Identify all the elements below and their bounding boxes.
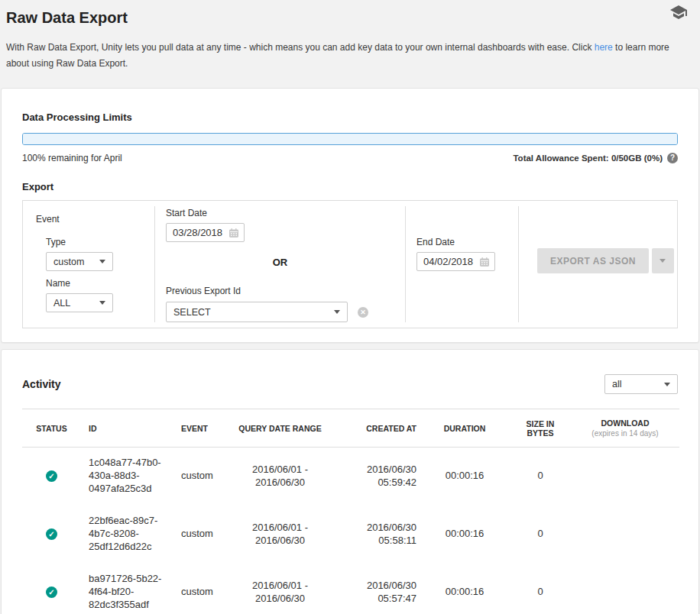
event-cell: custom bbox=[173, 506, 232, 564]
description-text-pre: With Raw Data Export, Unity lets you pul… bbox=[6, 42, 595, 53]
status-success-icon: ✓ bbox=[46, 587, 57, 598]
calendar-icon bbox=[228, 228, 239, 238]
activity-title: Activity bbox=[22, 378, 61, 390]
query-date-range-cell: 2016/06/01 - 2016/06/30 bbox=[232, 506, 328, 564]
duration-cell: 00:00:16 bbox=[420, 506, 510, 564]
export-action-column: EXPORT AS JSON bbox=[518, 206, 677, 322]
col-header-event: EVENT bbox=[173, 409, 232, 448]
col-header-status: STATUS bbox=[22, 409, 81, 448]
limits-meta-row: 100% remaining for April Total Allowance… bbox=[22, 153, 678, 163]
learn-more-link[interactable]: here bbox=[595, 42, 613, 53]
event-cell: custom bbox=[173, 448, 232, 506]
page-description: With Raw Data Export, Unity lets you pul… bbox=[6, 40, 694, 72]
table-row: ✓ 1c048a77-47b0-430a-88d3-0497afa25c3d c… bbox=[22, 448, 679, 506]
date-range-column: Start Date OR Previous Export Id SELECT … bbox=[154, 206, 405, 322]
size-cell: 0 bbox=[510, 506, 571, 564]
export-heading: Export bbox=[22, 181, 678, 192]
export-id-cell: ba971726-5b22-4f64-bf20-82dc3f355adf bbox=[81, 564, 173, 614]
event-type-label: Type bbox=[46, 237, 154, 247]
start-date-field[interactable] bbox=[166, 223, 245, 242]
start-date-input[interactable] bbox=[173, 227, 225, 238]
table-row: ✓ 22bf6eac-89c7-4b7c-8208-25df12d6d22c c… bbox=[22, 506, 679, 564]
duration-cell: 00:00:16 bbox=[420, 564, 510, 614]
download-cell bbox=[571, 506, 679, 564]
event-type-select[interactable]: custom bbox=[46, 252, 113, 271]
end-date-label: End Date bbox=[416, 237, 507, 247]
chevron-down-icon bbox=[99, 301, 105, 305]
chevron-down-icon bbox=[334, 310, 340, 314]
event-type-value: custom bbox=[53, 257, 84, 267]
col-header-created-at: CREATED AT bbox=[328, 409, 420, 448]
help-icon[interactable]: ? bbox=[667, 153, 678, 163]
activity-filter-value: all bbox=[612, 379, 622, 389]
activity-panel: Activity all STATUS ID EVENT QUERY DATE … bbox=[1, 349, 699, 614]
query-date-range-cell: 2016/06/01 - 2016/06/30 bbox=[232, 564, 328, 614]
col-header-query-date-range: QUERY DATE RANGE bbox=[232, 409, 328, 448]
table-header-row: STATUS ID EVENT QUERY DATE RANGE CREATED… bbox=[22, 409, 679, 448]
event-name-select[interactable]: ALL bbox=[46, 293, 113, 312]
or-label: OR bbox=[166, 257, 394, 268]
created-at-cell: 2016/06/30 05:59:42 bbox=[328, 448, 420, 506]
end-date-input[interactable] bbox=[423, 256, 475, 267]
allowance-progress-bar bbox=[22, 133, 678, 145]
limits-heading: Data Processing Limits bbox=[22, 111, 678, 123]
created-at-cell: 2016/06/30 05:57:47 bbox=[328, 564, 420, 614]
chevron-down-icon bbox=[664, 383, 670, 386]
download-expiry-note: (expires in 14 days) bbox=[574, 429, 676, 438]
size-cell: 0 bbox=[510, 448, 571, 506]
previous-export-label: Previous Export Id bbox=[166, 286, 394, 296]
page-title: Raw Data Export bbox=[6, 9, 694, 27]
allowance-progress-fill bbox=[23, 134, 677, 144]
status-success-icon: ✓ bbox=[46, 528, 57, 540]
col-header-id: ID bbox=[81, 409, 173, 448]
end-date-column: End Date bbox=[405, 206, 518, 322]
allowance-summary: Total Allowance Spent: 0/50GB (0%) ? bbox=[513, 153, 678, 163]
graduation-cap-icon[interactable] bbox=[669, 3, 688, 21]
clear-selection-icon[interactable]: ✕ bbox=[358, 307, 368, 318]
export-id-cell: 22bf6eac-89c7-4b7c-8208-25df12d6d22c bbox=[81, 506, 173, 564]
page-header: Raw Data Export With Raw Data Export, Un… bbox=[0, 0, 700, 72]
allowance-label: Total Allowance Spent: 0/50GB (0%) bbox=[513, 154, 663, 163]
chevron-down-icon bbox=[99, 260, 105, 263]
download-cell bbox=[571, 448, 679, 506]
activity-header: Activity all bbox=[22, 374, 678, 394]
size-cell: 0 bbox=[510, 564, 571, 614]
data-processing-panel: Data Processing Limits 100% remaining fo… bbox=[1, 88, 699, 343]
export-as-json-button[interactable]: EXPORT AS JSON bbox=[537, 248, 649, 273]
calendar-icon bbox=[479, 257, 490, 267]
start-date-label: Start Date bbox=[166, 208, 394, 218]
event-cell: custom bbox=[173, 564, 232, 614]
duration-cell: 00:00:16 bbox=[420, 448, 510, 506]
event-label: Event bbox=[36, 214, 154, 225]
table-row: ✓ ba971726-5b22-4f64-bf20-82dc3f355adf c… bbox=[22, 564, 679, 614]
previous-export-row: SELECT ✕ bbox=[166, 302, 394, 322]
activity-filter-select[interactable]: all bbox=[604, 374, 678, 394]
previous-export-value: SELECT bbox=[173, 307, 211, 318]
export-actions: EXPORT AS JSON bbox=[537, 248, 677, 273]
col-header-duration: DURATION bbox=[420, 409, 510, 448]
export-form: Event Type custom Name ALL Start Date OR… bbox=[22, 200, 678, 328]
event-name-value: ALL bbox=[53, 298, 70, 309]
event-column: Event Type custom Name ALL bbox=[23, 206, 154, 322]
col-header-download: DOWNLOAD (expires in 14 days) bbox=[571, 409, 679, 448]
export-id-cell: 1c048a77-47b0-430a-88d3-0497afa25c3d bbox=[81, 448, 173, 506]
created-at-cell: 2016/06/30 05:58:11 bbox=[328, 506, 420, 564]
download-header-label: DOWNLOAD bbox=[601, 418, 650, 428]
query-date-range-cell: 2016/06/01 - 2016/06/30 bbox=[232, 448, 328, 506]
export-format-dropdown-button[interactable] bbox=[652, 248, 674, 273]
end-date-field[interactable] bbox=[416, 252, 495, 271]
status-success-icon: ✓ bbox=[46, 470, 57, 482]
remaining-label: 100% remaining for April bbox=[22, 153, 122, 163]
download-cell bbox=[571, 564, 679, 614]
event-name-label: Name bbox=[46, 278, 154, 289]
chevron-down-icon bbox=[659, 259, 666, 263]
activity-table: STATUS ID EVENT QUERY DATE RANGE CREATED… bbox=[22, 409, 679, 614]
previous-export-select[interactable]: SELECT bbox=[166, 302, 348, 322]
col-header-size-in-bytes: SIZE IN BYTES bbox=[510, 409, 571, 448]
